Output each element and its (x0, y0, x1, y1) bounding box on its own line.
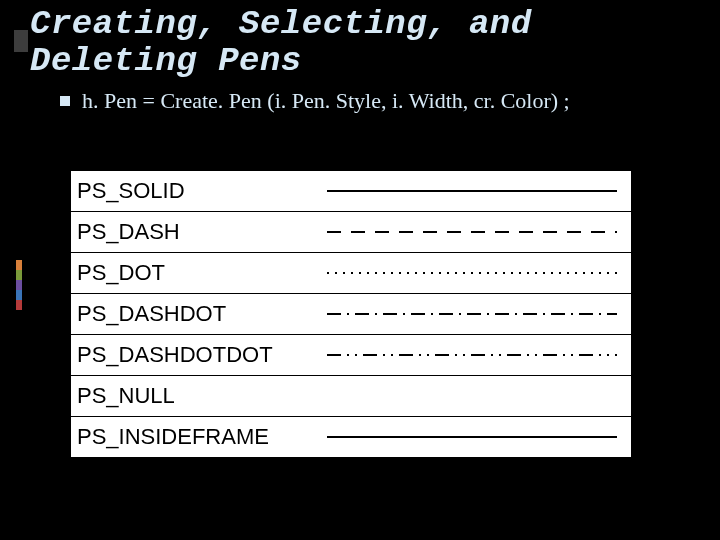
pen-style-sample (327, 335, 631, 375)
pen-style-sample (327, 212, 631, 252)
line-sample-icon (327, 311, 617, 317)
accent-stripe (16, 0, 22, 540)
table-row: PS_DASHDOT (71, 294, 631, 335)
line-sample-icon (327, 188, 617, 194)
accent-seg-green (16, 270, 22, 280)
pen-style-table: PS_SOLIDPS_DASHPS_DOTPS_DASHDOTPS_DASHDO… (70, 170, 632, 458)
accent-spacer (16, 0, 22, 260)
table-row: PS_INSIDEFRAME (71, 417, 631, 457)
pen-style-name: PS_SOLID (71, 178, 327, 204)
line-sample-icon (327, 352, 617, 358)
pen-style-name: PS_DASHDOTDOT (71, 342, 327, 368)
slide-title: Creating, Selecting, and Deleting Pens (30, 6, 700, 79)
code-bullet-line: h. Pen = Create. Pen (i. Pen. Style, i. … (60, 88, 700, 114)
pen-style-name: PS_DASH (71, 219, 327, 245)
accent-seg-purple (16, 280, 22, 290)
line-sample-icon (327, 434, 617, 440)
slide: Creating, Selecting, and Deleting Pens h… (0, 0, 720, 540)
line-sample-icon (327, 229, 617, 235)
pen-style-sample (327, 417, 631, 457)
accent-spacer (16, 310, 22, 540)
table-row: PS_DASHDOTDOT (71, 335, 631, 376)
accent-seg-orange (16, 260, 22, 270)
pen-style-sample (327, 376, 631, 416)
pen-style-name: PS_DASHDOT (71, 301, 327, 327)
table-row: PS_NULL (71, 376, 631, 417)
line-sample-icon (327, 270, 617, 276)
pen-style-name: PS_NULL (71, 383, 327, 409)
pen-style-sample (327, 294, 631, 334)
pen-style-name: PS_INSIDEFRAME (71, 424, 327, 450)
accent-seg-red (16, 300, 22, 310)
table-row: PS_DASH (71, 212, 631, 253)
accent-seg-blue (16, 290, 22, 300)
pen-style-sample (327, 171, 631, 211)
table-row: PS_DOT (71, 253, 631, 294)
pen-style-name: PS_DOT (71, 260, 327, 286)
code-text: h. Pen = Create. Pen (i. Pen. Style, i. … (82, 88, 570, 113)
bullet-marker-icon (60, 96, 70, 106)
pen-style-sample (327, 253, 631, 293)
table-row: PS_SOLID (71, 171, 631, 212)
